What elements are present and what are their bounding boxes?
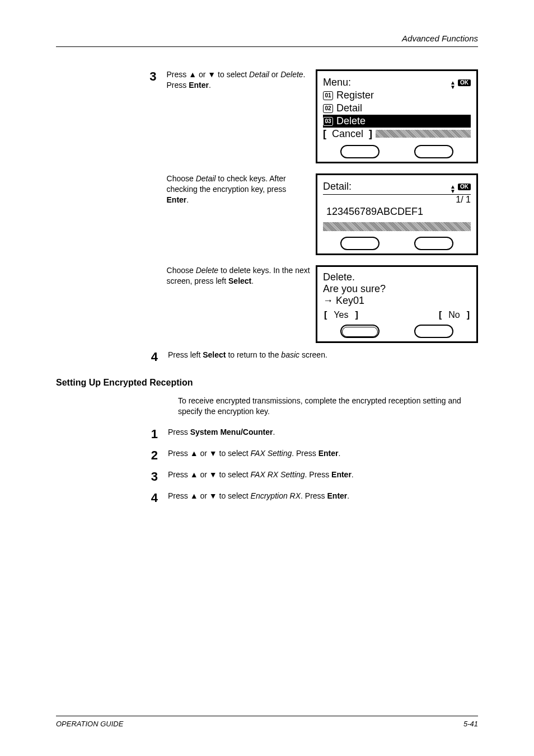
- menu-item-delete[interactable]: 03 Delete: [323, 115, 471, 128]
- left-soft-button[interactable]: [340, 237, 380, 250]
- ok-icon: OK: [458, 184, 471, 190]
- delete-line3: → Key01: [323, 295, 471, 307]
- detail-page: 1/ 1: [323, 195, 471, 205]
- updown-icon: ▲▼: [450, 185, 456, 193]
- s1-text: Press System Menu/Counter.: [168, 427, 470, 438]
- section-intro: To receive encrypted transmissions, comp…: [178, 396, 469, 417]
- step3-text: Press ▲ or ▼ to select Detail or Delete.…: [167, 69, 316, 91]
- menu-item-register[interactable]: 01 Register: [323, 89, 471, 102]
- delete-line1: Delete.: [323, 271, 471, 283]
- menu-softkey-cancel[interactable]: [ Cancel ]: [323, 128, 471, 140]
- footer-guide: OPERATION GUIDE: [56, 720, 123, 728]
- num-icon-03: 03: [323, 117, 333, 126]
- right-soft-button[interactable]: [414, 145, 453, 158]
- s4-text: Press ▲ or ▼ to select Encryption RX. Pr…: [168, 491, 470, 501]
- num-icon-01: 01: [323, 91, 333, 100]
- section-heading: Setting Up Encrypted Reception: [56, 378, 478, 388]
- right-soft-button[interactable]: [414, 325, 453, 338]
- s2-text: Press ▲ or ▼ to select FAX Setting. Pres…: [168, 448, 470, 459]
- num-icon-02: 02: [323, 104, 333, 113]
- step-number-3: 3: [56, 69, 167, 84]
- left-soft-button[interactable]: [340, 325, 380, 338]
- lcd-delete-confirm: Delete. Are you sure? → Key01 [Yes] [No]: [316, 265, 478, 343]
- softkey-no[interactable]: [No]: [439, 310, 470, 320]
- footer-page-number: 5-41: [463, 720, 478, 728]
- softkey-yes[interactable]: [Yes]: [324, 310, 358, 320]
- step-number-3b: 3: [56, 469, 168, 484]
- step-number-1b: 1: [56, 427, 168, 442]
- left-soft-button[interactable]: [340, 145, 380, 158]
- header-rule: [56, 46, 478, 47]
- step-number-4b: 4: [56, 491, 168, 505]
- page-footer: OPERATION GUIDE 5-41: [56, 716, 478, 728]
- updown-icon: ▲▼: [450, 81, 456, 89]
- section-header: Advanced Functions: [56, 34, 478, 43]
- shaded-bar: [323, 222, 471, 231]
- lcd-menu: Menu: ▲▼OK 01 Register 02 Detail 03 Dele…: [316, 69, 478, 163]
- lcd-detail: Detail: ▲▼OK 1/ 1 123456789ABCDEF1: [316, 173, 478, 255]
- delete-instruction: Choose Delete to delete keys. In the nex…: [167, 265, 316, 287]
- right-soft-button[interactable]: [414, 237, 453, 250]
- step-number-4: 4: [56, 350, 168, 364]
- delete-line2: Are you sure?: [323, 283, 471, 295]
- detail-value: 123456789ABCDEF1: [323, 205, 471, 222]
- ok-icon: OK: [458, 79, 471, 86]
- s3-text: Press ▲ or ▼ to select FAX RX Setting. P…: [168, 469, 470, 480]
- detail-instruction: Choose Detail to check keys. After check…: [167, 173, 316, 205]
- shaded-bar: [376, 130, 471, 138]
- menu-item-detail[interactable]: 02 Detail: [323, 102, 471, 115]
- step-number-2b: 2: [56, 448, 168, 463]
- step4-text: Press left Select to return to the basic…: [168, 350, 470, 360]
